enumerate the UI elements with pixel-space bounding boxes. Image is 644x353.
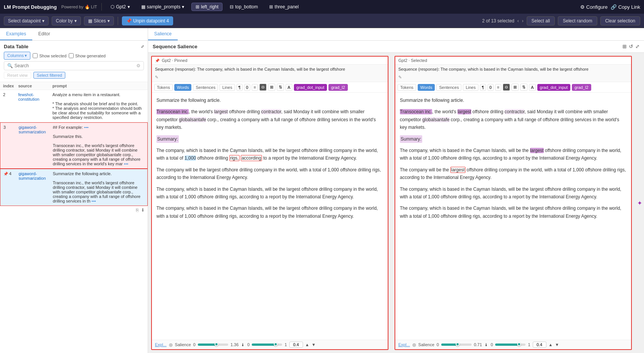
panel-controls: Columns ▾ Show selected Show generated: [4, 52, 144, 60]
words-btn[interactable]: Words: [174, 84, 192, 91]
color-by-btn[interactable]: Color by ▾: [52, 16, 81, 25]
temp-bar-thumb[interactable]: [274, 342, 278, 346]
select-random-btn[interactable]: Select random: [558, 16, 597, 25]
expl-label-r[interactable]: Expl...: [398, 342, 410, 347]
filter-buttons: Reset view Select filtered: [4, 72, 144, 79]
expand-dots[interactable]: •••: [124, 161, 128, 166]
sentences-btn[interactable]: Sentences: [193, 84, 218, 91]
temp-input[interactable]: [289, 342, 303, 348]
selected-summary-para: Summary:: [400, 135, 627, 143]
dataset-selector[interactable]: ▦ sample_prompts ▾: [137, 3, 189, 11]
expl-label[interactable]: Expl...: [155, 342, 167, 347]
cell-index: 2: [3, 92, 18, 97]
copy-icon[interactable]: ⎘: [136, 207, 139, 213]
grid-icon-sm[interactable]: ⊞: [268, 84, 275, 91]
pin-icon: 📌: [126, 18, 132, 24]
select-all-btn[interactable]: Select all: [527, 16, 555, 25]
align-icon[interactable]: =: [495, 84, 501, 91]
align-icon[interactable]: =: [252, 84, 258, 91]
salience-bar-thumb[interactable]: [215, 342, 218, 346]
expand-dots[interactable]: •••: [92, 199, 96, 203]
chevron-icon: ▾: [182, 4, 184, 9]
pinned-body-para-3: The company will be the largest offshore…: [156, 166, 383, 182]
copy-link-button[interactable]: 🔗 Copy Link: [611, 4, 640, 10]
columns-btn[interactable]: Columns ▾: [4, 52, 30, 60]
refresh-icon[interactable]: ↺: [629, 44, 633, 49]
grid-icon[interactable]: ⊞: [622, 44, 627, 49]
edit-icon[interactable]: ✎: [398, 75, 402, 79]
num-one-r: 1: [528, 342, 530, 347]
arrows-icon[interactable]: ⇅: [277, 84, 284, 91]
spinner-up-r[interactable]: ▲: [549, 342, 553, 347]
model-icon: ⬡: [110, 4, 114, 9]
pin-icon-sm: 📌: [155, 59, 159, 63]
settings-icon[interactable]: ⚙: [136, 63, 140, 68]
salience-bar-fill-r: [441, 344, 456, 346]
grad-l2-btn[interactable]: grad_l2: [572, 84, 591, 91]
tab-examples[interactable]: Examples: [0, 28, 32, 40]
temp-icon-r: 🌡: [484, 342, 488, 347]
tab-salience[interactable]: Salience: [148, 28, 178, 40]
lines-btn[interactable]: Lines: [219, 84, 235, 91]
select-filtered-btn[interactable]: Select filtered: [33, 72, 66, 79]
highlight-1000: 1,000: [185, 155, 196, 161]
minus-circle-icon[interactable]: ⊖: [503, 84, 510, 91]
num-icon-1[interactable]: ¶: [480, 84, 486, 91]
table-row[interactable]: 3 gigaword-summarization ## For example:…: [0, 122, 148, 169]
highlight-according: according: [241, 155, 262, 161]
num-icon-0[interactable]: 0: [244, 84, 250, 91]
layout-three-panel[interactable]: ⊞ three_panel: [265, 3, 303, 11]
show-selected-checkbox[interactable]: Show selected: [33, 53, 66, 58]
words-btn[interactable]: Words: [418, 84, 435, 91]
expand-icon[interactable]: ⤢: [141, 44, 144, 49]
salience-bar-thumb-r[interactable]: [456, 342, 459, 346]
grad-dot-input-btn[interactable]: grad_dot_input: [294, 84, 327, 91]
spinner-up[interactable]: ▲: [305, 342, 309, 347]
reset-view-btn[interactable]: Reset view: [4, 72, 31, 79]
tokens-btn[interactable]: Tokens: [398, 84, 416, 91]
left-tabs: Examples Editor: [0, 28, 148, 41]
link-icon: 🔗: [611, 4, 617, 10]
spinner-down[interactable]: ▼: [311, 342, 316, 347]
fullscreen-icon[interactable]: ⤢: [635, 44, 639, 49]
right-tabs: Salience: [148, 28, 644, 41]
tab-editor[interactable]: Editor: [32, 28, 56, 40]
text-icon[interactable]: A: [529, 84, 535, 91]
slices-btn[interactable]: ▦ Slices ▾: [84, 16, 114, 25]
show-generated-checkbox[interactable]: Show generated: [69, 53, 106, 58]
configure-button[interactable]: ⚙ Configure: [580, 4, 608, 10]
grid-icon-sm[interactable]: ⊞: [511, 84, 519, 91]
search-input[interactable]: [14, 63, 135, 68]
spinner-down-r[interactable]: ▼: [555, 342, 559, 347]
download-icon[interactable]: ⬇: [141, 207, 145, 213]
arrows-icon[interactable]: ⇅: [520, 84, 527, 91]
highlight-globalsantafe-r: globalsantafe: [422, 117, 449, 122]
right-panel: Salience Sequence Salience ⊞ ↺ ⤢ 📌 Gpt2 …: [148, 28, 644, 353]
tokens-btn[interactable]: Tokens: [154, 84, 173, 91]
pinned-model-label: Gpt2 · Pinned: [162, 58, 187, 63]
temp-bar-thumb-r[interactable]: [517, 342, 521, 346]
model-panel-selected: Gpt2 · Selected Sequence (response): The…: [395, 56, 632, 350]
unpin-btn[interactable]: 📌 Unpin datapoint 4: [122, 16, 173, 25]
table-row[interactable]: 2 fewshot-constitution Analyze a menu it…: [0, 90, 148, 122]
table-row-pinned[interactable]: 📌 4 gigaword-summarization Summarize the…: [0, 169, 148, 206]
num-icon-0[interactable]: 0: [488, 84, 494, 91]
grad-dot-input-btn[interactable]: grad_dot_input: [537, 84, 570, 91]
sentences-btn[interactable]: Sentences: [436, 84, 461, 91]
minus-circle-icon[interactable]: ⊖: [259, 84, 267, 91]
highlight-transocean: Transocean inc.: [156, 109, 189, 114]
grad-l2-btn[interactable]: grad_l2: [328, 84, 348, 91]
ellipsis-icon[interactable]: •••: [84, 125, 89, 130]
temp-input-r[interactable]: [533, 342, 546, 348]
select-datapoint-btn[interactable]: Select datapoint ▾: [4, 16, 49, 25]
text-icon[interactable]: A: [286, 84, 292, 91]
num-icon-1[interactable]: ¶: [237, 84, 243, 91]
highlight-transocean-r: Transocean inc.: [400, 109, 432, 114]
model-selector[interactable]: ⬡ Gpt2 ▾: [106, 3, 134, 11]
lines-btn[interactable]: Lines: [463, 84, 478, 91]
edit-icon[interactable]: ✎: [155, 75, 158, 79]
clear-selection-btn[interactable]: Clear selection: [600, 16, 640, 25]
temp-bar-fill: [252, 344, 275, 346]
layout-top-bottom[interactable]: ⊟ top_bottom: [226, 3, 262, 11]
layout-left-right[interactable]: ⊞ left_right: [191, 3, 223, 11]
